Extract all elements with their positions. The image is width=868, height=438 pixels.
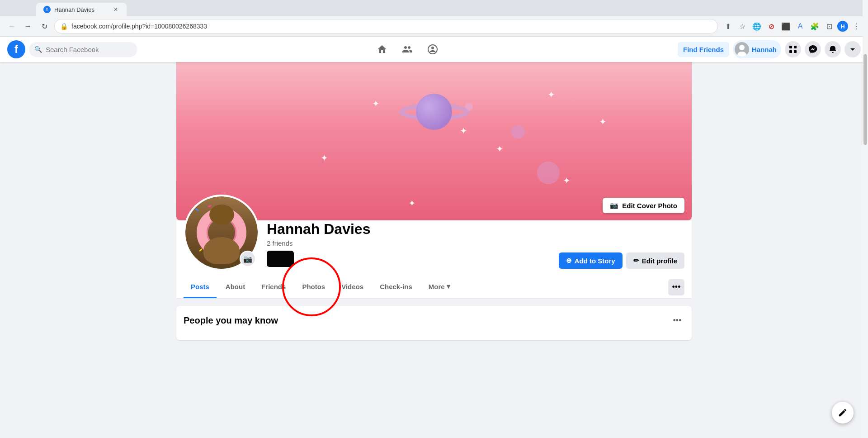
main-content: People you may know ••• (176, 306, 692, 340)
more-menu-icon[interactable]: ⋮ (850, 20, 863, 33)
people-you-may-know-card: People you may know ••• (176, 306, 692, 340)
user-profile-button[interactable]: Hannah (733, 40, 781, 58)
sprinkle4 (199, 248, 203, 252)
split-screen-icon[interactable]: ⊡ (823, 20, 835, 33)
profile-section: 📷 Hannah Davies 2 friends ⊕ Add to Story (176, 220, 692, 299)
profile-avatar-edit-button[interactable]: 📷 (240, 251, 256, 267)
sparkle4: ✦ (563, 175, 571, 186)
sparkle1: ✦ (372, 98, 380, 109)
cover-photo-container: ✦ ✦ ✦ ✦ ✦ ✦ ✦ ✦ 📷 (176, 62, 692, 340)
edit-cover-label: Edit Cover Photo (622, 202, 677, 209)
profile-action-buttons: ⊕ Add to Story ✏ Edit profile (559, 252, 684, 271)
tab-close-button[interactable]: ✕ (112, 6, 119, 13)
tab-friends[interactable]: Friends (254, 276, 293, 298)
profile-name: Hannah Davies (267, 220, 552, 238)
planet-body (416, 94, 452, 130)
notifications-button[interactable] (825, 41, 841, 57)
browser-toolbar: ← → ↻ 🔒 facebook.com/profile.php?id=1000… (0, 16, 868, 36)
edit-cover-photo-button[interactable]: 📷 Edit Cover Photo (603, 198, 684, 213)
chevron-down-icon: ▾ (447, 282, 450, 290)
sprinkle1 (195, 209, 199, 212)
grid-menu-button[interactable] (785, 41, 801, 57)
messenger-button[interactable] (805, 41, 821, 57)
plus-icon: ⊕ (566, 257, 572, 265)
tab-photos[interactable]: Photos (295, 276, 332, 298)
sprinkle2 (208, 205, 212, 208)
capybara-head (209, 205, 234, 225)
facebook-logo[interactable]: f (7, 40, 25, 58)
floating-edit-button[interactable] (832, 402, 854, 424)
sparkle2: ✦ (547, 89, 555, 100)
account-dropdown-button[interactable] (844, 41, 861, 57)
svg-rect-7 (794, 50, 797, 53)
page-background: ✦ ✦ ✦ ✦ ✦ ✦ ✦ ✦ 📷 (0, 62, 868, 379)
forward-button[interactable]: → (22, 20, 34, 33)
puzzle-icon[interactable]: 🧩 (808, 20, 821, 33)
user-name: Hannah (752, 46, 777, 53)
tab-posts[interactable]: Posts (184, 276, 217, 298)
tab-about[interactable]: About (218, 276, 252, 298)
browser-tab-bar: f Hannah Davies ✕ (0, 0, 868, 16)
back-button[interactable]: ← (5, 20, 18, 33)
groups-nav-button[interactable] (422, 38, 443, 60)
friends-nav-button[interactable] (396, 38, 418, 60)
browser-action-icons: ⬆ ☆ 🌐 ⊘ ⬛ A 🧩 ⊡ H ⋮ (722, 20, 863, 33)
tab-checkins[interactable]: Check-ins (373, 276, 420, 298)
reload-button[interactable]: ↻ (38, 20, 51, 33)
browser-profile-avatar[interactable]: H (837, 21, 848, 32)
sparkle5: ✦ (496, 143, 504, 154)
sparkle6: ✦ (599, 116, 607, 127)
tab-title: Hannah Davies (54, 6, 94, 13)
facebook-topnav: f 🔍 Find Friends Hannah (0, 37, 868, 62)
camera-icon: 📷 (610, 201, 618, 209)
tab-favicon: f (43, 6, 51, 13)
people-card-header: People you may know ••• (184, 313, 684, 328)
svg-rect-5 (794, 46, 797, 48)
add-to-story-button[interactable]: ⊕ Add to Story (559, 252, 623, 269)
scrollbar[interactable] (863, 0, 868, 438)
profile-name-section: Hannah Davies 2 friends (267, 220, 552, 271)
scrollbar-thumb[interactable] (863, 54, 867, 145)
edit-profile-label: Edit profile (642, 257, 677, 265)
sparkle7: ✦ (408, 198, 416, 209)
circle1 (511, 125, 525, 139)
bookmark-icon[interactable]: ☆ (736, 20, 749, 33)
translate-icon[interactable]: A (794, 20, 807, 33)
user-avatar (735, 42, 749, 57)
profile-friends-count: 2 friends (267, 239, 552, 247)
tp-icon[interactable]: ⬛ (779, 20, 792, 33)
add-story-label: Add to Story (575, 257, 615, 265)
profile-avatar-container: 📷 (184, 195, 259, 271)
search-icon: 🔍 (34, 46, 42, 53)
people-card-title: People you may know (184, 315, 278, 326)
profile-info-row: 📷 Hannah Davies 2 friends ⊕ Add to Story (176, 220, 692, 276)
circle2 (537, 162, 560, 184)
lock-icon: 🔒 (60, 23, 68, 30)
tab-options-button[interactable]: ••• (668, 279, 684, 295)
pencil-icon: ✏ (633, 257, 639, 265)
adblock-icon[interactable]: ⊘ (765, 20, 778, 33)
address-bar[interactable]: 🔒 facebook.com/profile.php?id=1000800262… (54, 19, 718, 33)
tab-more[interactable]: More ▾ (421, 276, 458, 298)
browser-tab[interactable]: f Hannah Davies ✕ (36, 3, 127, 16)
nav-right: Find Friends Hannah (678, 40, 861, 58)
svg-point-2 (739, 45, 745, 50)
people-card-options-button[interactable]: ••• (670, 313, 684, 328)
edit-profile-button[interactable]: ✏ Edit profile (626, 252, 684, 269)
search-box[interactable]: 🔍 (29, 42, 137, 57)
tab-videos[interactable]: Videos (334, 276, 371, 298)
url-text: facebook.com/profile.php?id=100080026268… (71, 23, 712, 30)
sparkle3: ✦ (321, 152, 328, 163)
share-icon[interactable]: ⬆ (722, 20, 734, 33)
ellipsis-icon: ••• (672, 282, 681, 292)
search-input[interactable] (46, 46, 132, 53)
nav-center (141, 38, 674, 60)
browser-chrome: f Hannah Davies ✕ ← → ↻ 🔒 facebook.com/p… (0, 0, 868, 37)
profile-blocked-button[interactable] (267, 251, 294, 267)
planet-ring-container (398, 89, 470, 134)
extension-globe-icon[interactable]: 🌐 (750, 20, 763, 33)
capybara-body (203, 237, 240, 264)
home-nav-button[interactable] (371, 38, 393, 60)
camera-small-icon: 📷 (243, 255, 252, 263)
find-friends-button[interactable]: Find Friends (678, 42, 729, 57)
